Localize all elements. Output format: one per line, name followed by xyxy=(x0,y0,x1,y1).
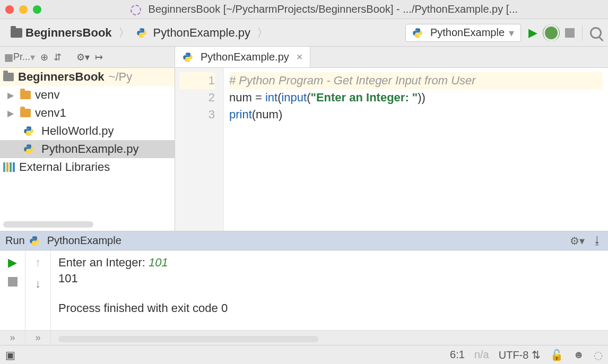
window-title-text: BeginnersBook [~/PycharmProjects/Beginne… xyxy=(149,3,518,15)
minimize-window-button[interactable] xyxy=(19,5,28,14)
run-panel-title: Run xyxy=(5,235,25,247)
close-tab-button[interactable]: × xyxy=(297,51,303,63)
stop-button[interactable] xyxy=(565,28,575,38)
tree-root-path: ~/Py xyxy=(109,70,133,84)
more-left-button[interactable]: » xyxy=(0,331,25,345)
run-panel-body: ▶ ↑ ↓ Enter an Integer: 101 101 Process … xyxy=(0,250,608,330)
window-controls xyxy=(5,5,41,14)
tree-item-label: External Libraries xyxy=(19,160,110,174)
feedback-icon[interactable]: ◌ xyxy=(594,349,603,361)
download-button[interactable]: ⭳ xyxy=(592,235,603,247)
python-file-icon xyxy=(183,52,193,63)
more-right-button[interactable]: » xyxy=(25,331,51,345)
code-body[interactable]: # Python Program - Get Integer Input fro… xyxy=(224,68,608,231)
lock-icon[interactable]: 🔓 xyxy=(550,349,563,361)
hide-button[interactable]: ↦ xyxy=(95,51,103,63)
editor-area: PythonExample.py × 1 2 3 # Python Progra… xyxy=(175,47,608,231)
run-panel-header: Run PythonExample ⚙▾ ⭳ xyxy=(0,231,608,250)
search-button[interactable] xyxy=(590,27,602,39)
stop-run-button[interactable] xyxy=(8,277,18,287)
python-file-icon xyxy=(136,28,147,38)
run-button[interactable]: ▶ xyxy=(528,26,537,40)
tree-item-venv[interactable]: ▶ venv xyxy=(0,86,175,104)
folder-icon xyxy=(20,109,31,117)
debug-button[interactable] xyxy=(545,27,558,39)
tree-item-helloworld[interactable]: HelloWorld.py xyxy=(0,122,175,140)
rerun-button[interactable]: ▶ xyxy=(8,256,17,270)
folder-icon xyxy=(20,91,31,99)
tree-item-pythonexample[interactable]: PythonExample.py xyxy=(0,140,175,158)
code-builtin: print xyxy=(229,108,252,121)
toolbar-right: PythonExample ▾ ▶ xyxy=(405,24,602,42)
project-sidebar: ▦ Pr...▾ ⊕ ⇵ ⚙▾ ↦ BeginnersBook ~/Py ▶ v… xyxy=(0,47,175,231)
python-file-icon xyxy=(23,144,34,154)
close-window-button[interactable] xyxy=(5,5,14,14)
status-bar: ▣ 6:1 n/a UTF-8 ⇅ 🔓 ☻ ◌ xyxy=(0,345,608,364)
project-view-select[interactable]: ▦ Pr...▾ xyxy=(4,51,35,63)
settings-button[interactable]: ⚙▾ xyxy=(76,51,90,63)
scroll-from-source-button[interactable]: ⊕ xyxy=(40,51,48,63)
run-config-label: PythonExample xyxy=(47,235,121,247)
code-text: (num) xyxy=(252,108,282,121)
inspector-icon[interactable]: ☻ xyxy=(573,349,584,361)
line-separator[interactable]: n/a xyxy=(474,349,489,361)
project-tree[interactable]: BeginnersBook ~/Py ▶ venv ▶ venv1 HelloW… xyxy=(0,68,175,218)
disclosure-icon[interactable]: ▶ xyxy=(7,90,16,100)
chevron-right-icon: 〉 xyxy=(257,25,268,41)
code-text: )) xyxy=(418,91,425,104)
tree-root[interactable]: BeginnersBook ~/Py xyxy=(0,68,175,86)
console-scrollbar[interactable] xyxy=(58,336,318,342)
editor-tabs: PythonExample.py × xyxy=(175,47,608,68)
run-settings-button[interactable]: ⚙▾ xyxy=(570,235,585,247)
line-number: 1 xyxy=(179,72,215,89)
svg-point-1 xyxy=(143,36,144,37)
window-title: BeginnersBook [~/PycharmProjects/Beginne… xyxy=(41,3,603,15)
sidebar-toolbar: ▦ Pr...▾ ⊕ ⇵ ⚙▾ ↦ xyxy=(0,47,175,68)
line-number: 2 xyxy=(179,89,215,106)
console-output[interactable]: Enter an Integer: 101 101 Process finish… xyxy=(51,250,608,330)
cursor-position[interactable]: 6:1 xyxy=(450,349,465,361)
code-builtin: int xyxy=(265,91,277,104)
chevron-down-icon: ▾ xyxy=(509,27,514,39)
breadcrumb: BeginnersBook 〉 PythonExample.py 〉 xyxy=(6,24,266,42)
up-button[interactable]: ↑ xyxy=(35,256,41,270)
run-configuration-select[interactable]: PythonExample ▾ xyxy=(405,24,521,42)
run-controls-right: ↑ ↓ xyxy=(25,250,51,330)
code-text: ( xyxy=(307,91,310,104)
navigation-bar: BeginnersBook 〉 PythonExample.py 〉 Pytho… xyxy=(0,19,608,47)
tree-external-libraries[interactable]: External Libraries xyxy=(0,158,175,176)
breadcrumb-root-label: BeginnersBook xyxy=(25,26,112,40)
tree-item-label: PythonExample.py xyxy=(41,142,138,156)
titlebar: BeginnersBook [~/PycharmProjects/Beginne… xyxy=(0,0,608,19)
tab-label: PythonExample.py xyxy=(201,51,289,63)
tree-item-label: venv xyxy=(35,88,59,102)
zoom-window-button[interactable] xyxy=(33,5,41,14)
folder-icon xyxy=(3,73,14,81)
collapse-button[interactable]: ⇵ xyxy=(54,51,62,63)
chevron-right-icon: 〉 xyxy=(118,25,130,41)
breadcrumb-file-label: PythonExample.py xyxy=(153,26,250,40)
tree-item-label: HelloWorld.py xyxy=(41,124,114,138)
tree-item-venv1[interactable]: ▶ venv1 xyxy=(0,104,175,122)
code-editor[interactable]: 1 2 3 # Python Program - Get Integer Inp… xyxy=(175,68,608,231)
line-number: 3 xyxy=(179,106,215,123)
console-prompt: Enter an Integer: xyxy=(58,256,149,269)
breadcrumb-file[interactable]: PythonExample.py xyxy=(132,24,255,42)
code-comment: # Python Program - Get Integer Input fro… xyxy=(229,74,476,87)
tab-pythonexample[interactable]: PythonExample.py × xyxy=(175,47,310,67)
ide-icon xyxy=(131,5,141,15)
gutter: 1 2 3 xyxy=(175,68,224,231)
disclosure-icon[interactable]: ▶ xyxy=(7,108,16,118)
run-panel-footer: » » xyxy=(0,330,608,345)
console-user-input: 101 xyxy=(149,256,168,269)
main-area: ▦ Pr...▾ ⊕ ⇵ ⚙▾ ↦ BeginnersBook ~/Py ▶ v… xyxy=(0,47,608,231)
down-button[interactable]: ↓ xyxy=(35,277,41,291)
console-exit-line: Process finished with exit code 0 xyxy=(58,300,601,316)
separator xyxy=(582,25,583,41)
breadcrumb-root[interactable]: BeginnersBook xyxy=(6,24,116,42)
horizontal-scrollbar[interactable] xyxy=(3,221,93,228)
tool-windows-button[interactable]: ▣ xyxy=(5,349,15,361)
folder-icon xyxy=(11,28,22,38)
encoding-select[interactable]: UTF-8 ⇅ xyxy=(499,349,541,361)
code-builtin: input xyxy=(281,91,307,104)
